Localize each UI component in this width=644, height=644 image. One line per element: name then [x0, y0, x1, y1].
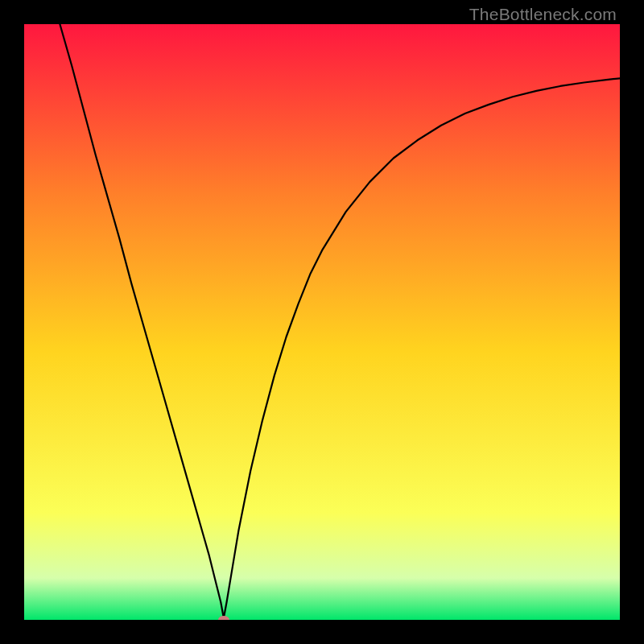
optimum-marker [218, 616, 229, 620]
watermark-text: TheBottleneck.com [469, 5, 617, 24]
chart-frame: TheBottleneck.com [0, 0, 644, 644]
plot-area [24, 24, 620, 620]
bottleneck-curve [60, 24, 620, 618]
curve-layer [24, 24, 620, 620]
